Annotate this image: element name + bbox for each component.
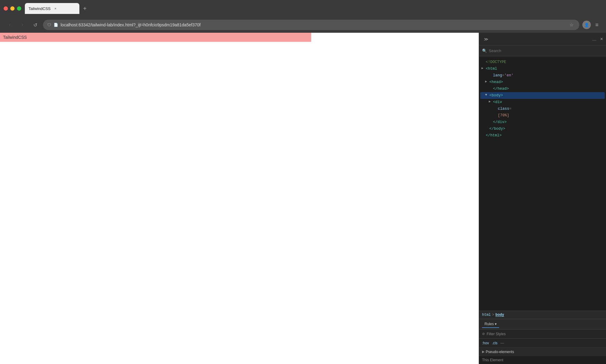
bookmark-icon[interactable]: ☆ xyxy=(568,21,575,28)
new-tab-button[interactable]: + xyxy=(81,4,89,13)
dom-head-open[interactable]: ▶ <head> xyxy=(480,79,605,85)
pseudo-hov[interactable]: :hov xyxy=(482,341,489,345)
active-tab[interactable]: TailwindCSS × xyxy=(25,3,79,14)
devtools-panel: ≫ … × 🔍 <!DOCTYPE ▶ <html xyxy=(479,33,606,364)
devtools-expand-icon[interactable]: ≫ xyxy=(482,35,490,43)
address-input[interactable] xyxy=(61,22,565,27)
pseudo-dash: — xyxy=(501,341,504,345)
breadcrumb-separator: > xyxy=(492,313,494,317)
breadcrumb-body[interactable]: body xyxy=(495,313,504,317)
devtools-search-bar: 🔍 xyxy=(479,45,606,56)
filter-icon: ⊘ xyxy=(482,332,485,336)
dom-div-class-attr[interactable]: class= xyxy=(480,105,605,112)
this-element-label: This Element xyxy=(482,358,503,362)
dom-html-lang[interactable]: lang='en' xyxy=(480,72,605,79)
dom-head-close[interactable]: </head> xyxy=(480,85,605,92)
profile-icon: 👤 xyxy=(584,23,589,27)
devtools-toolbar: ≫ … × xyxy=(479,33,606,45)
tab-bar: TailwindCSS × + xyxy=(25,3,602,14)
tab-title: TailwindCSS xyxy=(28,6,51,11)
nav-right: 👤 ≡ xyxy=(582,21,601,29)
filter-styles-label: Filter Styles xyxy=(487,332,506,336)
pseudo-elements-label: Pseudo-elements xyxy=(486,350,514,354)
tab-close-button[interactable]: × xyxy=(53,6,58,11)
devtools-close-button[interactable]: × xyxy=(600,36,603,42)
dom-breadcrumb: html > body xyxy=(479,311,606,319)
dom-body-open[interactable]: ▼ <body> xyxy=(480,92,605,99)
traffic-lights xyxy=(4,6,21,11)
forward-icon: › xyxy=(22,22,23,28)
search-icon: 🔍 xyxy=(482,48,487,53)
pseudo-cls[interactable]: .cls xyxy=(492,341,498,345)
minimize-button[interactable] xyxy=(10,6,15,11)
back-icon: ‹ xyxy=(9,22,10,28)
rules-tab-chevron: ▾ xyxy=(495,322,497,326)
dom-arrow: ▶ xyxy=(481,66,485,71)
pseudo-elements-arrow[interactable]: ▶ xyxy=(482,350,484,354)
nav-bar: ‹ › ↺ 🛡 📄 ☆ 👤 ≡ xyxy=(0,17,606,33)
dom-body-close[interactable]: </body> xyxy=(480,125,605,132)
back-button[interactable]: ‹ xyxy=(5,20,15,30)
address-bar-container[interactable]: 🛡 📄 ☆ xyxy=(43,20,579,30)
forward-button[interactable]: › xyxy=(18,20,27,30)
maximize-button[interactable] xyxy=(17,6,21,11)
dom-tree: <!DOCTYPE ▶ <html lang='en' ▶ <head> </h… xyxy=(479,56,606,311)
menu-icon: ≡ xyxy=(595,22,599,28)
dom-arrow: ▶ xyxy=(489,99,492,105)
devtools-search-input[interactable] xyxy=(489,48,603,53)
devtools-more-icon[interactable]: … xyxy=(591,35,598,43)
pseudo-elements-section: ▶ Pseudo-elements xyxy=(479,348,606,356)
rules-tab[interactable]: Rules ▾ xyxy=(482,321,499,328)
title-bar: TailwindCSS × + xyxy=(0,0,606,17)
styles-toolbar: Rules ▾ xyxy=(479,319,606,329)
page-banner: TailwindCSS xyxy=(0,33,311,42)
dom-arrow: ▶ xyxy=(485,79,489,85)
rules-tab-label: Rules xyxy=(484,322,494,326)
page-info-icon: 📄 xyxy=(54,23,58,27)
filter-styles-bar: ⊘ Filter Styles xyxy=(479,329,606,339)
security-shield-icon: 🛡 xyxy=(47,23,51,27)
browser-content: TailwindCSS ≫ … × 🔍 <!DOCTYPE xyxy=(0,33,606,364)
close-button[interactable] xyxy=(4,6,8,11)
reload-icon: ↺ xyxy=(33,22,37,28)
dom-html-open[interactable]: ▶ <html xyxy=(480,65,605,72)
viewport: TailwindCSS xyxy=(0,33,479,364)
menu-button[interactable]: ≡ xyxy=(593,21,601,29)
this-element-section: This Element xyxy=(479,356,606,364)
page-title: TailwindCSS xyxy=(3,35,27,40)
dom-div-open[interactable]: ▶ <div xyxy=(480,99,605,105)
dom-div-class-value[interactable]: [70%] xyxy=(480,112,605,119)
browser-window: TailwindCSS × + ‹ › ↺ 🛡 📄 ☆ 👤 ≡ xyxy=(0,0,606,364)
dom-div-close[interactable]: </div> xyxy=(480,119,605,125)
dom-arrow: ▼ xyxy=(485,92,489,98)
pseudo-classes-bar: :hov .cls — xyxy=(479,339,606,348)
breadcrumb-html[interactable]: html xyxy=(482,313,491,317)
dom-html-close[interactable]: </html> xyxy=(480,132,605,139)
profile-button[interactable]: 👤 xyxy=(582,21,591,29)
dom-doctype[interactable]: <!DOCTYPE xyxy=(480,59,605,65)
reload-button[interactable]: ↺ xyxy=(30,20,40,30)
